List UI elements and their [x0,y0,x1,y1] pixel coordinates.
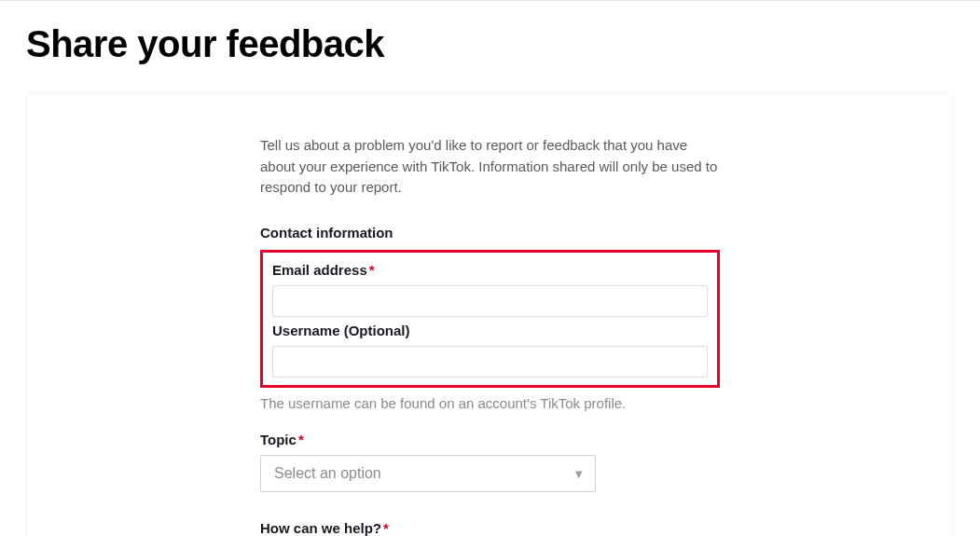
username-hint: The username can be found on an account'… [260,395,720,411]
username-label: Username (Optional) [272,323,708,338]
email-field[interactable] [272,285,708,317]
username-field[interactable] [272,346,708,378]
page-title: Share your feedback [26,23,954,65]
how-help-label: How can we help?* [260,520,720,536]
feedback-card: Tell us about a problem you'd like to re… [26,93,954,536]
required-mark: * [298,432,304,447]
required-mark: * [369,262,375,278]
topic-select[interactable]: Select an option [260,455,596,492]
topic-select-placeholder: Select an option [274,465,381,482]
intro-text: Tell us about a problem you'd like to re… [260,135,720,199]
topic-label-text: Topic [260,432,297,447]
email-label-text: Email address [272,262,367,278]
username-label-text: Username (Optional) [272,323,410,338]
contact-info-heading: Contact information [260,225,720,241]
how-help-label-text: How can we help? [260,520,381,536]
contact-highlight-box: Email address* Username (Optional) [260,250,720,388]
topic-label: Topic* [260,432,720,447]
required-mark: * [383,520,389,536]
email-label: Email address* [272,262,708,278]
